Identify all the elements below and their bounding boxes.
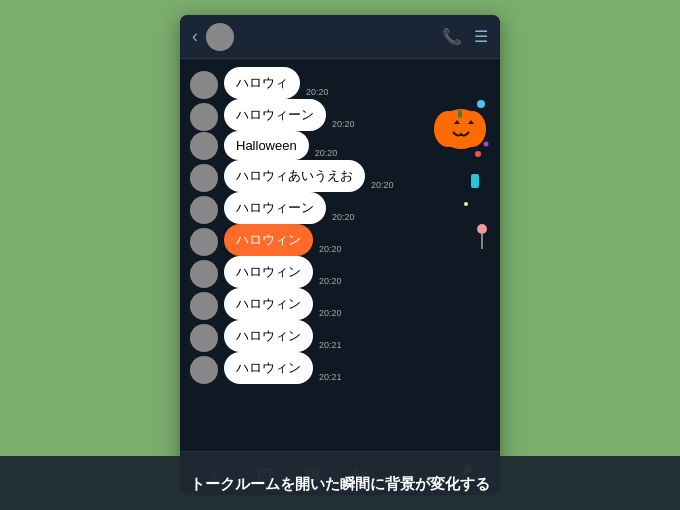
- message-avatar: [190, 196, 218, 224]
- message-time: 20:20: [315, 148, 338, 158]
- message-time: 20:20: [332, 119, 355, 129]
- menu-icon[interactable]: ☰: [474, 27, 488, 46]
- phone-container: ‹ 📞 ☰: [180, 15, 500, 495]
- caption-bar: トークルームを開いた瞬間に背景が変化する: [0, 456, 680, 510]
- message-bubble: ハロウィン: [224, 224, 313, 256]
- message-time: 20:20: [371, 180, 394, 190]
- message-bubble: ハロウィーン: [224, 99, 326, 131]
- contact-avatar: [206, 23, 234, 51]
- message-avatar: [190, 356, 218, 384]
- message-row: ハロウィン20:20: [190, 256, 490, 288]
- message-row: ハロウィン20:20: [190, 288, 490, 320]
- message-time: 20:21: [319, 372, 342, 382]
- message-avatar: [190, 228, 218, 256]
- message-avatar: [190, 132, 218, 160]
- message-row: ハロウィーン20:20: [190, 99, 490, 131]
- message-avatar: [190, 260, 218, 288]
- message-row: ハロウィン20:21: [190, 320, 490, 352]
- messages-container: ハロウィ20:20ハロウィーン20:20Halloween20:20ハロウィあい…: [190, 67, 490, 384]
- chat-body: ハロウィ20:20ハロウィーン20:20Halloween20:20ハロウィあい…: [180, 59, 500, 451]
- message-time: 20:20: [319, 244, 342, 254]
- message-row: ハロウィン20:20: [190, 224, 490, 256]
- message-row: ハロウィあいうえお20:20: [190, 160, 490, 192]
- message-row: ハロウィン20:21: [190, 352, 490, 384]
- message-bubble: ハロウィ: [224, 67, 300, 99]
- message-bubble: ハロウィあいうえお: [224, 160, 365, 192]
- message-time: 20:20: [319, 276, 342, 286]
- message-row: ハロウィ20:20: [190, 67, 490, 99]
- message-row: Halloween20:20: [190, 131, 490, 160]
- message-avatar: [190, 292, 218, 320]
- message-bubble: ハロウィン: [224, 352, 313, 384]
- chat-header: ‹ 📞 ☰: [180, 15, 500, 59]
- message-bubble: ハロウィン: [224, 256, 313, 288]
- back-button[interactable]: ‹: [192, 26, 198, 47]
- message-time: 20:21: [319, 340, 342, 350]
- message-avatar: [190, 103, 218, 131]
- message-row: ハロウィーン20:20: [190, 192, 490, 224]
- message-time: 20:20: [306, 87, 329, 97]
- message-bubble: ハロウィーン: [224, 192, 326, 224]
- caption-text: トークルームを開いた瞬間に背景が変化する: [18, 473, 662, 494]
- message-avatar: [190, 324, 218, 352]
- message-avatar: [190, 71, 218, 99]
- phone-icon[interactable]: 📞: [442, 27, 462, 46]
- message-bubble: ハロウィン: [224, 320, 313, 352]
- message-time: 20:20: [319, 308, 342, 318]
- message-bubble: Halloween: [224, 131, 309, 160]
- message-time: 20:20: [332, 212, 355, 222]
- message-avatar: [190, 164, 218, 192]
- message-bubble: ハロウィン: [224, 288, 313, 320]
